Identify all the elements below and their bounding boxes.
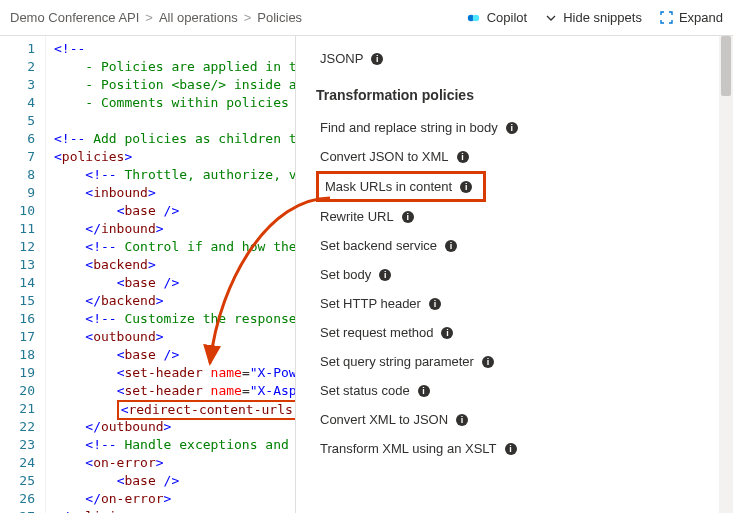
code-line[interactable]: <inbound> [54, 184, 295, 202]
line-number: 23 [0, 436, 35, 454]
line-number: 17 [0, 328, 35, 346]
code-line[interactable]: <outbound> [54, 328, 295, 346]
code-line[interactable]: </outbound> [54, 418, 295, 436]
scrollbar-thumb[interactable] [721, 36, 731, 96]
policy-item-jsonp[interactable]: JSONP i [316, 44, 713, 73]
info-icon[interactable]: i [379, 269, 391, 281]
policy-list: Find and replace string in bodyiConvert … [316, 113, 713, 463]
code-line[interactable]: <base /> [54, 202, 295, 220]
expand-icon [660, 11, 673, 24]
hide-snippets-label: Hide snippets [563, 10, 642, 25]
code-line[interactable]: </backend> [54, 292, 295, 310]
policy-label: Set HTTP header [320, 296, 421, 311]
snippets-panel: JSONP i Transformation policies Find and… [296, 36, 733, 513]
code-body[interactable]: <!-- - Policies are applied in th - Posi… [46, 36, 295, 513]
policy-item[interactable]: Set status codei [316, 376, 713, 405]
main-area: 1234567891011121314151617181920212223242… [0, 36, 733, 513]
code-line[interactable]: <base /> [54, 346, 295, 364]
line-number: 5 [0, 112, 35, 130]
code-line[interactable]: - Position <base/> inside a [54, 76, 295, 94]
policy-item[interactable]: Set bodyi [316, 260, 713, 289]
info-icon[interactable]: i [456, 414, 468, 426]
code-line[interactable]: <!-- Control if and how the [54, 238, 295, 256]
hide-snippets-button[interactable]: Hide snippets [545, 10, 642, 25]
info-icon[interactable]: i [506, 122, 518, 134]
code-line[interactable]: <on-error> [54, 454, 295, 472]
policy-label: JSONP [320, 51, 363, 66]
code-line[interactable]: <redirect-content-urls [54, 400, 295, 418]
policy-item[interactable]: Set HTTP headeri [316, 289, 713, 318]
breadcrumb: Demo Conference API > All operations > P… [10, 10, 302, 25]
breadcrumb-item[interactable]: Policies [257, 10, 302, 25]
code-line[interactable]: <!-- Throttle, authorize, va [54, 166, 295, 184]
policy-item[interactable]: Set request methodi [316, 318, 713, 347]
policy-item[interactable]: Convert JSON to XMLi [316, 142, 713, 171]
code-line[interactable]: <!-- Handle exceptions and c [54, 436, 295, 454]
code-line[interactable]: <!-- Customize the responses [54, 310, 295, 328]
line-number: 26 [0, 490, 35, 508]
line-number: 10 [0, 202, 35, 220]
info-icon[interactable]: i [460, 181, 472, 193]
breadcrumb-sep: > [145, 10, 153, 25]
policy-label: Set body [320, 267, 371, 282]
code-line[interactable]: </policies> [54, 508, 295, 513]
code-line[interactable]: - Policies are applied in th [54, 58, 295, 76]
policy-item[interactable]: Transform XML using an XSLTi [316, 434, 713, 463]
info-icon[interactable]: i [505, 443, 517, 455]
line-number: 12 [0, 238, 35, 256]
policy-item[interactable]: Convert XML to JSONi [316, 405, 713, 434]
policy-label: Set status code [320, 383, 410, 398]
info-icon[interactable]: i [429, 298, 441, 310]
info-icon[interactable]: i [482, 356, 494, 368]
policy-item[interactable]: Set backend servicei [316, 231, 713, 260]
info-icon[interactable]: i [371, 53, 383, 65]
copilot-button[interactable]: Copilot [467, 10, 527, 25]
line-number: 6 [0, 130, 35, 148]
code-line[interactable]: <backend> [54, 256, 295, 274]
code-line[interactable]: <policies> [54, 148, 295, 166]
line-number: 8 [0, 166, 35, 184]
line-number: 1 [0, 40, 35, 58]
policy-label: Transform XML using an XSLT [320, 441, 497, 456]
code-line[interactable]: <base /> [54, 472, 295, 490]
breadcrumb-sep: > [244, 10, 252, 25]
code-line[interactable]: - Comments within policies a [54, 94, 295, 112]
code-line[interactable]: <base /> [54, 274, 295, 292]
policy-item[interactable]: Find and replace string in bodyi [316, 113, 713, 142]
line-number: 7 [0, 148, 35, 166]
policy-item[interactable]: Rewrite URLi [316, 202, 713, 231]
code-line[interactable]: <set-header name="X-Powe [54, 364, 295, 382]
breadcrumb-item[interactable]: Demo Conference API [10, 10, 139, 25]
policy-item[interactable]: Set query string parameteri [316, 347, 713, 376]
line-number: 22 [0, 418, 35, 436]
line-number: 20 [0, 382, 35, 400]
code-line[interactable] [54, 112, 295, 130]
line-number: 16 [0, 310, 35, 328]
line-number: 15 [0, 292, 35, 310]
code-line[interactable]: <set-header name="X-Asp [54, 382, 295, 400]
policy-item[interactable]: Mask URLs in contenti [316, 171, 486, 202]
code-editor[interactable]: 1234567891011121314151617181920212223242… [0, 36, 296, 513]
line-number: 9 [0, 184, 35, 202]
policy-label: Find and replace string in body [320, 120, 498, 135]
info-icon[interactable]: i [402, 211, 414, 223]
info-icon[interactable]: i [418, 385, 430, 397]
svg-point-1 [472, 14, 478, 20]
line-number: 18 [0, 346, 35, 364]
breadcrumb-item[interactable]: All operations [159, 10, 238, 25]
policy-label: Mask URLs in content [325, 179, 452, 194]
code-line[interactable]: </on-error> [54, 490, 295, 508]
line-number: 19 [0, 364, 35, 382]
policy-label: Rewrite URL [320, 209, 394, 224]
expand-button[interactable]: Expand [660, 10, 723, 25]
chevron-down-icon [545, 12, 557, 24]
code-line[interactable]: <!-- [54, 40, 295, 58]
policy-label: Set backend service [320, 238, 437, 253]
toolbar-actions: Copilot Hide snippets Expand [467, 10, 723, 25]
scrollbar-track[interactable] [719, 36, 733, 513]
code-line[interactable]: </inbound> [54, 220, 295, 238]
code-line[interactable]: <!-- Add policies as children to [54, 130, 295, 148]
info-icon[interactable]: i [457, 151, 469, 163]
info-icon[interactable]: i [441, 327, 453, 339]
info-icon[interactable]: i [445, 240, 457, 252]
